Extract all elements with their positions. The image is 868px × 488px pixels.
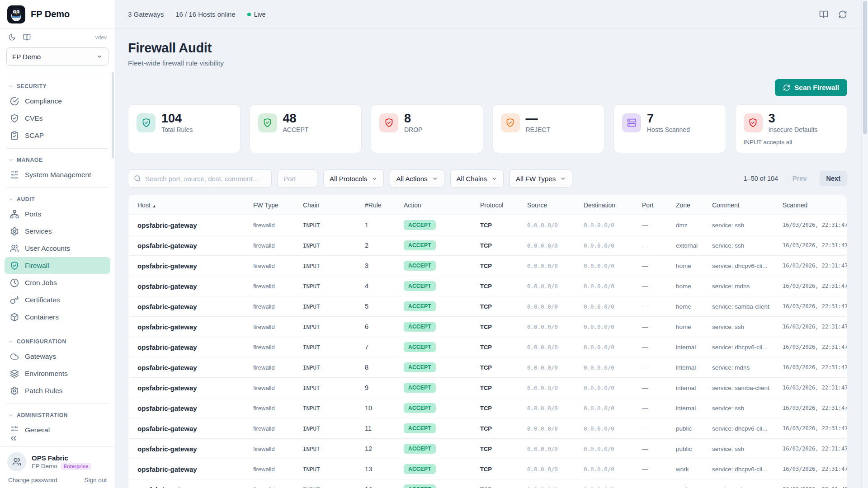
cell-scanned: 16/03/2026, 22:31:47 (783, 486, 847, 488)
action-badge: ACCEPT (404, 383, 436, 393)
table-row[interactable]: opsfabric-gatewayfirewalldINPUT14ACCEPTT… (128, 479, 847, 488)
cell-rule-number: 5 (365, 303, 404, 310)
table-row[interactable]: opsfabric-gatewayfirewalldINPUT12ACCEPTT… (128, 439, 847, 459)
theme-toggle-icon[interactable] (8, 33, 16, 41)
table-row[interactable]: opsfabric-gatewayfirewalldINPUT5ACCEPTTC… (128, 296, 847, 317)
filter-select-all-actions[interactable]: All Actions (390, 169, 444, 188)
sidebar-item-containers[interactable]: Containers (5, 309, 110, 325)
nav-section-audit[interactable]: AUDIT (0, 192, 115, 205)
prev-page-button[interactable]: Prev (786, 171, 813, 186)
cell-port: — (642, 222, 676, 229)
filter-select-all-chains[interactable]: All Chains (450, 169, 504, 188)
sidebar-item-certificates[interactable]: Certificates (5, 291, 110, 308)
column-header-port[interactable]: Port (642, 202, 676, 209)
cell-protocol: TCP (480, 385, 527, 391)
table-row[interactable]: opsfabric-gatewayfirewalldINPUT3ACCEPTTC… (128, 256, 847, 276)
filter-select-all-fw-types[interactable]: All FW Types (509, 169, 572, 188)
cell-action: ACCEPT (404, 322, 480, 332)
scrollbar-thumb[interactable] (863, 1, 867, 134)
column-header-zone[interactable]: Zone (676, 202, 712, 209)
nav-section-security[interactable]: SECURITY (0, 80, 115, 92)
table-row[interactable]: opsfabric-gatewayfirewalldINPUT8ACCEPTTC… (128, 357, 847, 378)
scan-firewall-button[interactable]: Scan Firewall (775, 79, 847, 96)
sign-out-link[interactable]: Sign out (84, 477, 107, 483)
table-row[interactable]: opsfabric-gatewayfirewalldINPUT11ACCEPTT… (128, 418, 847, 439)
cell-zone: work (676, 486, 712, 488)
shield-check-icon (10, 261, 19, 270)
table-row[interactable]: opsfabric-gatewayfirewalldINPUT10ACCEPTT… (128, 398, 847, 418)
sidebar-item-ports[interactable]: Ports (5, 206, 110, 222)
cell-host: opsfabric-gateway (128, 262, 253, 270)
sidebar-scrollbar[interactable] (112, 72, 114, 158)
refresh-icon[interactable] (838, 10, 847, 19)
docs-icon[interactable] (819, 10, 828, 19)
table-row[interactable]: opsfabric-gatewayfirewalldINPUT1ACCEPTTC… (128, 215, 847, 235)
cell-action: ACCEPT (404, 342, 480, 352)
action-badge: ACCEPT (404, 342, 436, 352)
sidebar-item-gateways[interactable]: Gateways (5, 348, 110, 365)
sidebar-item-label: Compliance (25, 97, 62, 105)
change-password-link[interactable]: Change password (8, 477, 57, 483)
table-row[interactable]: opsfabric-gatewayfirewalldINPUT9ACCEPTTC… (128, 378, 847, 398)
cell-comment: service: ssh (712, 405, 783, 412)
sidebar-item-scap[interactable]: SCAP (5, 127, 110, 144)
cell-rule-number: 13 (365, 465, 404, 473)
shield-check-icon (10, 114, 19, 123)
cell-comment: service: dhcpv6-cli... (712, 466, 783, 473)
column-header-comment[interactable]: Comment (712, 202, 783, 209)
column-header-protocol[interactable]: Protocol (480, 202, 527, 209)
column-header-fw-type[interactable]: FW Type (253, 202, 303, 209)
sidebar-item-firewall[interactable]: Firewall (5, 257, 110, 274)
chevron-down-icon (8, 339, 14, 344)
table-row[interactable]: opsfabric-gatewayfirewalldINPUT6ACCEPTTC… (128, 317, 847, 337)
sidebar-item-user-accounts[interactable]: User Accounts (5, 240, 110, 257)
column-header-rule[interactable]: #Rule (365, 202, 404, 209)
filter-select-all-protocols[interactable]: All Protocols (323, 169, 384, 188)
sidebar-item-label: Environments (25, 370, 68, 378)
docs-icon[interactable] (23, 33, 31, 41)
table-row[interactable]: opsfabric-gatewayfirewalldINPUT7ACCEPTTC… (128, 337, 847, 357)
sidebar-nav: SECURITYComplianceCVEsSCAPMANAGESystem M… (0, 78, 115, 432)
search-box (128, 169, 272, 188)
cell-comment: service: ssh (712, 242, 783, 249)
sidebar-item-label: Certificates (25, 296, 60, 304)
sidebar-item-cron-jobs[interactable]: Cron Jobs (5, 274, 110, 291)
cell-source: 0.0.0.0/0 (527, 425, 584, 432)
cell-host: opsfabric-gateway (128, 465, 253, 473)
column-header-source[interactable]: Source (527, 202, 584, 209)
action-badge: ACCEPT (404, 240, 436, 250)
table-row[interactable]: opsfabric-gatewayfirewalldINPUT2ACCEPTTC… (128, 235, 847, 256)
table-row[interactable]: opsfabric-gatewayfirewalldINPUT13ACCEPTT… (128, 459, 847, 479)
stat-label: DROP (404, 126, 422, 133)
sidebar-item-patch-rules[interactable]: Patch Rules (5, 382, 110, 399)
content: Firewall Audit Fleet-wide firewall rule … (115, 29, 868, 488)
sidebar-item-system-management[interactable]: System Management (5, 166, 110, 183)
port-input[interactable] (278, 169, 317, 188)
table-row[interactable]: opsfabric-gatewayfirewalldINPUT4ACCEPTTC… (128, 276, 847, 296)
sidebar-item-general[interactable]: General (5, 422, 110, 432)
column-header-chain[interactable]: Chain (303, 202, 365, 209)
stat-label: Insecure Defaults (769, 126, 818, 133)
cell-scanned: 16/03/2026, 22:31:47 (783, 466, 847, 472)
column-header-action[interactable]: Action (404, 202, 480, 209)
sidebar-collapse-button[interactable] (9, 434, 18, 443)
page-title: Firewall Audit (128, 41, 847, 56)
sidebar-item-cves[interactable]: CVEs (5, 110, 110, 127)
window-scrollbar[interactable] (861, 0, 868, 488)
cell-action: ACCEPT (404, 444, 480, 454)
search-input[interactable] (145, 175, 266, 183)
next-page-button[interactable]: Next (820, 171, 847, 186)
sidebar-item-environments[interactable]: Environments (5, 365, 110, 382)
sidebar-item-services[interactable]: Services (5, 223, 110, 239)
column-header-destination[interactable]: Destination (584, 202, 642, 209)
cell-fw-type: firewalld (253, 486, 303, 488)
column-header-scanned[interactable]: Scanned (783, 202, 847, 209)
nav-section-manage[interactable]: MANAGE (0, 153, 115, 166)
nav-section-administration[interactable]: ADMINISTRATION (0, 408, 115, 421)
cell-action: ACCEPT (404, 484, 480, 488)
org-select[interactable]: FP Demo (6, 47, 108, 66)
column-header-host[interactable]: Host▲ (128, 202, 253, 209)
nav-section-configuration[interactable]: CONFIGURATION (0, 335, 115, 347)
cell-fw-type: firewalld (253, 405, 303, 412)
sidebar-item-compliance[interactable]: Compliance (5, 93, 110, 109)
